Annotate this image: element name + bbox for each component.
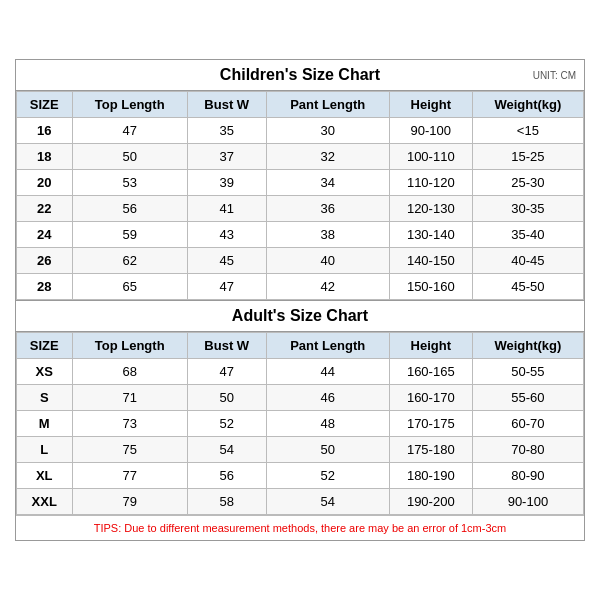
table-row: XXL795854190-20090-100 xyxy=(17,489,584,515)
col-weight: Weight(kg) xyxy=(472,92,583,118)
col-top-length: Top Length xyxy=(72,92,187,118)
col-height: Height xyxy=(389,92,472,118)
adult-title: Adult's Size Chart xyxy=(232,307,368,325)
table-row: L755450175-18070-80 xyxy=(17,437,584,463)
col-size: SIZE xyxy=(17,92,73,118)
unit-label: UNIT: CM xyxy=(533,70,576,81)
table-row: 1647353090-100<15 xyxy=(17,118,584,144)
table-row: 24594338130-14035-40 xyxy=(17,222,584,248)
table-row: 18503732100-11015-25 xyxy=(17,144,584,170)
table-row: S715046160-17055-60 xyxy=(17,385,584,411)
adult-title-row: Adult's Size Chart xyxy=(16,300,584,332)
table-row: 26624540140-15040-45 xyxy=(17,248,584,274)
col-height-adult: Height xyxy=(389,333,472,359)
table-row: M735248170-17560-70 xyxy=(17,411,584,437)
table-row: 28654742150-16045-50 xyxy=(17,274,584,300)
col-top-length-adult: Top Length xyxy=(72,333,187,359)
table-row: XL775652180-19080-90 xyxy=(17,463,584,489)
table-row: XS684744160-16550-55 xyxy=(17,359,584,385)
children-title: Children's Size Chart xyxy=(220,66,380,84)
col-pant-length: Pant Length xyxy=(266,92,389,118)
table-row: 22564136120-13030-35 xyxy=(17,196,584,222)
col-size-adult: SIZE xyxy=(17,333,73,359)
adult-table: SIZE Top Length Bust W Pant Length Heigh… xyxy=(16,332,584,515)
size-chart-container: Children's Size Chart UNIT: CM SIZE Top … xyxy=(15,59,585,541)
col-bust-w: Bust W xyxy=(187,92,266,118)
children-table: SIZE Top Length Bust W Pant Length Heigh… xyxy=(16,91,584,300)
children-title-row: Children's Size Chart UNIT: CM xyxy=(16,60,584,91)
table-row: 20533934110-12025-30 xyxy=(17,170,584,196)
col-weight-adult: Weight(kg) xyxy=(472,333,583,359)
col-bust-w-adult: Bust W xyxy=(187,333,266,359)
col-pant-length-adult: Pant Length xyxy=(266,333,389,359)
tips-text: TIPS: Due to different measurement metho… xyxy=(94,522,506,534)
children-header-row: SIZE Top Length Bust W Pant Length Heigh… xyxy=(17,92,584,118)
adult-header-row: SIZE Top Length Bust W Pant Length Heigh… xyxy=(17,333,584,359)
tips-row: TIPS: Due to different measurement metho… xyxy=(16,515,584,540)
